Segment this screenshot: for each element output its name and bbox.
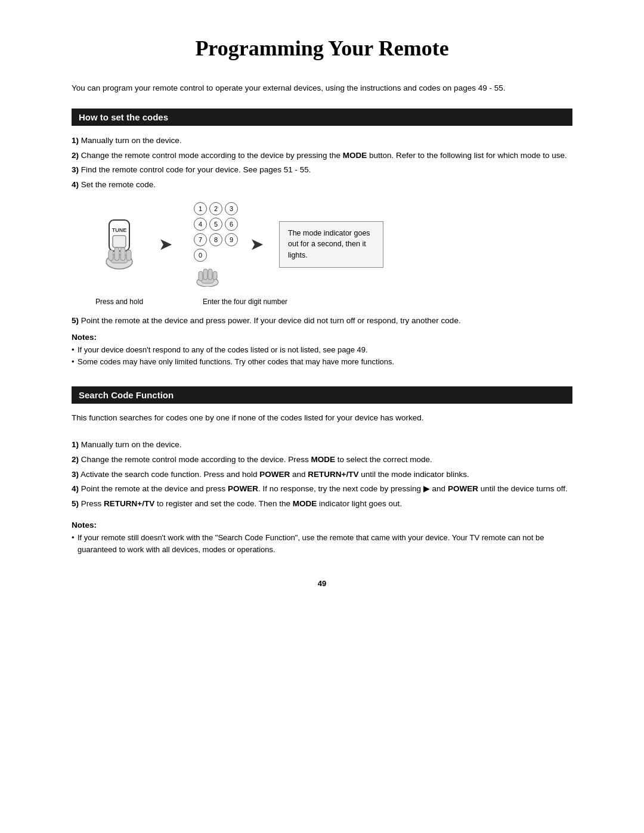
step-1-2: 2) Change the remote control mode accord… bbox=[72, 149, 572, 162]
notes-section-1: Notes: If your device doesn't respond to… bbox=[72, 333, 572, 367]
note-2-1: If your remote still doesn't work with t… bbox=[72, 532, 572, 555]
diagram-labels: Press and hold Enter the four digit numb… bbox=[89, 298, 572, 306]
section2-intro: This function searches for codes one by … bbox=[72, 412, 572, 424]
section2-header: Search Code Function bbox=[72, 386, 572, 404]
section-search-code: Search Code Function This function searc… bbox=[72, 386, 572, 555]
notes-title-2: Notes: bbox=[72, 521, 572, 529]
notes-title-1: Notes: bbox=[72, 333, 572, 342]
keypad-grid: 1 2 3 4 5 6 7 8 9 bbox=[194, 202, 238, 246]
steps-list-1: 1) Manually turn on the device. 2) Chang… bbox=[72, 134, 572, 191]
section-how-to-set-codes: How to set the codes 1) Manually turn on… bbox=[72, 109, 572, 367]
svg-rect-2 bbox=[113, 236, 126, 247]
svg-rect-5 bbox=[109, 250, 113, 261]
svg-rect-11 bbox=[199, 271, 203, 281]
intro-text: You can program your remote control to o… bbox=[72, 82, 572, 94]
arrow-2: ➤ bbox=[250, 234, 264, 254]
svg-rect-6 bbox=[114, 247, 119, 261]
svg-text:TUNE: TUNE bbox=[112, 227, 127, 233]
svg-rect-8 bbox=[126, 250, 131, 261]
step-1-4: 4) Set the remote code. bbox=[72, 178, 572, 191]
diagram-area: TUNE ➤ 1 2 3 4 bbox=[89, 202, 572, 287]
section1-header: How to set the codes bbox=[72, 109, 572, 126]
mode-indicator-box: The mode indicator goes out for a second… bbox=[279, 221, 383, 268]
step-2-3: 3) Activate the search code function. Pr… bbox=[72, 468, 572, 481]
svg-rect-13 bbox=[208, 269, 212, 280]
step-2-4: 4) Point the remote at the device and pr… bbox=[72, 482, 572, 496]
step-2-1: 1) Manually turn on the device. bbox=[72, 438, 572, 451]
note-1-1: If your device doesn't respond to any of… bbox=[72, 344, 572, 356]
notes-section-2: Notes: If your remote still doesn't work… bbox=[72, 521, 572, 555]
page-title: Programming Your Remote bbox=[72, 36, 572, 61]
step-1-3: 3) Find the remote control code for your… bbox=[72, 163, 572, 176]
steps-list-2: 1) Manually turn on the device. 2) Chang… bbox=[72, 438, 572, 510]
remote-hand-diagram: TUNE bbox=[89, 218, 149, 271]
enter-label: Enter the four digit number bbox=[203, 298, 287, 306]
note-1-2: Some codes may have only limited functio… bbox=[72, 356, 572, 368]
svg-rect-7 bbox=[120, 247, 125, 261]
step-2-5: 5) Press RETURN+/TV to register and set … bbox=[72, 497, 572, 510]
arrow-1: ➤ bbox=[159, 234, 172, 254]
svg-rect-12 bbox=[203, 269, 208, 280]
page-number: 49 bbox=[72, 579, 572, 588]
step-2-2: 2) Change the remote control mode accord… bbox=[72, 453, 572, 466]
step-1-5: 5) Point the remote at the device and pr… bbox=[72, 314, 572, 327]
svg-rect-14 bbox=[213, 271, 217, 280]
keypad-diagram: 1 2 3 4 5 6 7 8 9 0 bbox=[182, 202, 238, 287]
step-1-1: 1) Manually turn on the device. bbox=[72, 134, 572, 147]
press-label: Press and hold bbox=[89, 298, 173, 306]
